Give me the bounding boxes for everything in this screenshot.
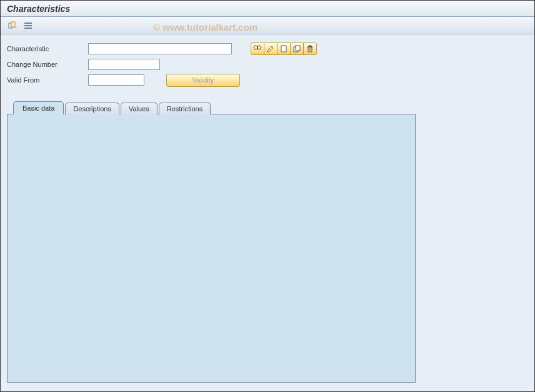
svg-rect-9: [281, 46, 286, 52]
tab-label: Restrictions: [167, 105, 202, 113]
row-characteristic: Characteristic: [7, 42, 528, 56]
validity-button[interactable]: Validity: [166, 74, 240, 87]
svg-rect-4: [24, 25, 32, 26]
form-area: Characteristic: [1, 34, 534, 98]
svg-text:+: +: [14, 24, 17, 30]
svg-point-6: [254, 46, 258, 49]
structure-icon[interactable]: [21, 19, 35, 32]
tab-descriptions[interactable]: Descriptions: [65, 103, 119, 114]
input-characteristic[interactable]: [88, 43, 232, 54]
label-valid-from: Valid From: [7, 76, 88, 84]
delete-icon[interactable]: [303, 43, 317, 55]
app-toolbar: +: [1, 17, 534, 34]
title-bar: Characteristics: [1, 1, 534, 17]
svg-rect-3: [24, 23, 32, 24]
svg-rect-11: [296, 46, 300, 51]
input-change-number[interactable]: [88, 59, 160, 70]
copy-icon[interactable]: [290, 43, 304, 55]
label-change-number: Change Number: [7, 61, 88, 68]
create-icon[interactable]: [277, 43, 291, 55]
validity-button-label: Validity: [192, 76, 214, 84]
tab-label: Basic data: [22, 104, 54, 112]
svg-rect-12: [308, 47, 312, 52]
page-title: Characteristics: [7, 4, 70, 14]
row-change-number: Change Number: [7, 58, 528, 71]
svg-point-7: [258, 46, 261, 49]
tab-strip: Basic data Descriptions Values Restricti…: [7, 101, 534, 114]
extend-icon[interactable]: +: [6, 19, 19, 32]
tab-label: Values: [129, 105, 149, 113]
input-valid-from[interactable]: [88, 74, 144, 86]
svg-rect-14: [309, 46, 311, 47]
svg-rect-5: [24, 28, 32, 29]
row-valid-from: Valid From Validity: [7, 73, 528, 87]
display-icon[interactable]: [251, 43, 264, 55]
tab-panel-basic-data: [7, 114, 416, 383]
tab-basic-data[interactable]: Basic data: [13, 101, 64, 114]
tab-label: Descriptions: [73, 105, 111, 113]
tab-values[interactable]: Values: [121, 103, 158, 114]
label-characteristic: Characteristic: [7, 45, 88, 53]
tab-container: Basic data Descriptions Values Restricti…: [7, 101, 534, 383]
tab-restrictions[interactable]: Restrictions: [159, 103, 211, 114]
change-icon[interactable]: [264, 43, 278, 55]
action-icon-group: [251, 43, 317, 55]
